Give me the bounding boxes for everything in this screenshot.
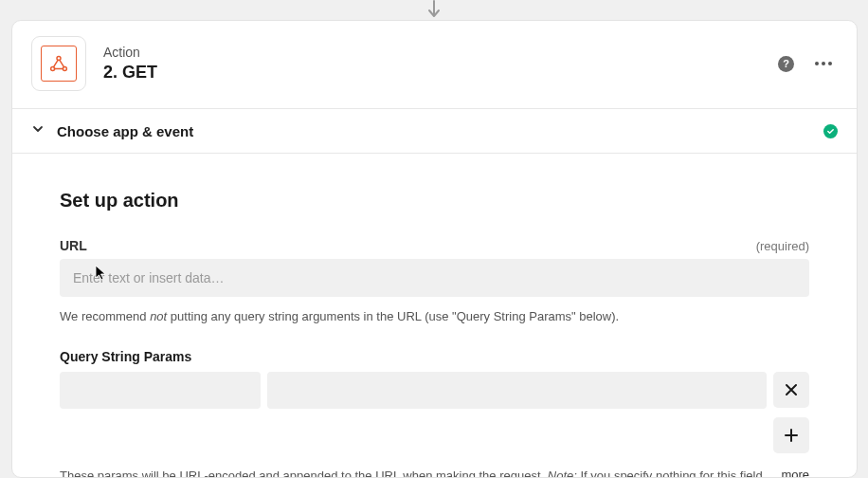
check-badge-icon bbox=[823, 124, 838, 138]
param-value-input[interactable] bbox=[267, 372, 767, 409]
form-heading: Set up action bbox=[60, 190, 809, 211]
params-label: Query String Params bbox=[60, 349, 809, 364]
webhooks-icon bbox=[41, 46, 77, 82]
choose-app-section[interactable]: Choose app & event bbox=[12, 109, 857, 154]
url-required: (required) bbox=[756, 239, 809, 253]
remove-param-button[interactable] bbox=[773, 372, 809, 408]
add-param-button[interactable] bbox=[773, 417, 809, 453]
url-helper-text: We recommend not putting any query strin… bbox=[60, 308, 809, 326]
params-description: These params will be URL-encoded and app… bbox=[60, 467, 768, 478]
help-icon[interactable]: ? bbox=[778, 56, 794, 72]
params-row bbox=[60, 372, 809, 409]
more-link[interactable]: more bbox=[781, 468, 809, 478]
app-icon bbox=[31, 36, 86, 91]
param-key-input[interactable] bbox=[60, 372, 261, 409]
more-menu-icon[interactable] bbox=[815, 62, 832, 65]
card-header: Action 2. GET ? bbox=[12, 21, 857, 109]
plus-icon bbox=[783, 427, 800, 444]
chevron-down-icon bbox=[31, 122, 45, 139]
url-label: URL bbox=[60, 238, 87, 253]
close-icon bbox=[783, 381, 800, 398]
action-title: 2. GET bbox=[103, 63, 778, 83]
action-label: Action bbox=[103, 45, 778, 60]
setup-action-form: Set up action URL (required) We recommen… bbox=[12, 154, 857, 478]
action-card: Action 2. GET ? Choose app & event Set u… bbox=[11, 20, 858, 478]
section-title: Choose app & event bbox=[57, 123, 823, 139]
url-input[interactable] bbox=[60, 259, 809, 297]
